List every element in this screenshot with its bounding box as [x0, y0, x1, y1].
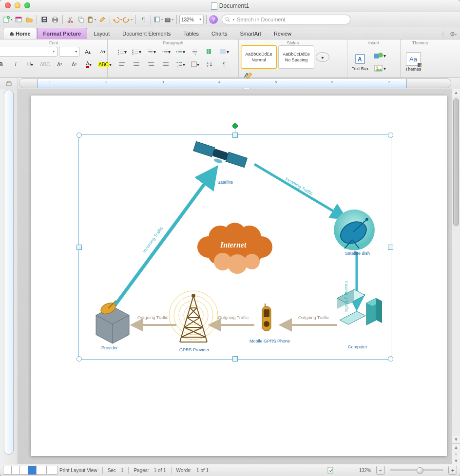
svg-rect-24: [120, 50, 124, 50]
tab-smartart[interactable]: SmartArt: [233, 28, 267, 39]
svg-rect-64: [179, 65, 182, 66]
view-fullscreen-button[interactable]: [46, 466, 58, 475]
spellcheck-icon[interactable]: [327, 467, 334, 474]
tab-format-picture[interactable]: Format Picture: [37, 28, 88, 39]
svg-rect-86: [193, 141, 215, 156]
svg-point-99: [228, 254, 247, 274]
font-color-button[interactable]: A▾: [82, 59, 96, 70]
templates-button[interactable]: [14, 15, 23, 24]
save-button[interactable]: [39, 15, 49, 24]
horizontal-ruler[interactable]: 1 2 3 4 5 6 7: [19, 78, 451, 88]
align-left-button[interactable]: [115, 59, 129, 70]
close-window-button[interactable]: [5, 2, 11, 8]
superscript-button[interactable]: A2: [67, 59, 81, 70]
browse-object-button[interactable]: ○: [452, 451, 460, 457]
undo-button[interactable]: ▼: [113, 15, 122, 24]
status-pages-label: Pages:: [134, 468, 149, 473]
svg-rect-28: [120, 54, 124, 54]
zoom-out-button[interactable]: −: [376, 466, 385, 475]
page[interactable]: Satellite Satellite dish Computer Mobile…: [31, 95, 447, 456]
vertical-scrollbar[interactable]: ▲ ▼ ▲ ○ ▼: [452, 89, 460, 464]
style-preview: AaBbCcDdEe: [241, 52, 276, 57]
tab-charts[interactable]: Charts: [205, 28, 233, 39]
zoom-slider[interactable]: [390, 469, 443, 471]
align-right-button[interactable]: [144, 59, 158, 70]
borders-button[interactable]: ▾: [188, 59, 202, 70]
show-formatting-button[interactable]: ¶: [138, 15, 148, 24]
zoom-combo[interactable]: 132%▼: [179, 15, 204, 24]
styles-gallery-expand-button[interactable]: ▸: [316, 52, 329, 62]
tab-home-label: Home: [16, 31, 31, 37]
text-box-button[interactable]: A Text Box: [349, 48, 371, 76]
sidebar-toggle-button[interactable]: ▼: [153, 15, 163, 24]
collapse-ribbon-button[interactable]: 〈: [437, 29, 446, 39]
redo-button[interactable]: ▼: [123, 15, 133, 24]
ribbon-settings-button[interactable]: ⚙▾: [448, 29, 458, 39]
themes-button[interactable]: Aa Themes: [402, 48, 424, 76]
bullets-button[interactable]: ▾: [115, 46, 129, 57]
text-direction-button[interactable]: [188, 46, 202, 57]
decrease-indent-button[interactable]: ▾: [159, 46, 172, 57]
svg-point-108: [174, 296, 213, 335]
cut-button[interactable]: [65, 15, 75, 24]
font-size-combo[interactable]: ▼: [59, 47, 79, 57]
svg-rect-43: [178, 53, 182, 53]
open-button[interactable]: [24, 15, 34, 24]
picture-selection-frame[interactable]: Satellite Satellite dish Computer Mobile…: [78, 134, 391, 360]
group-paragraph: Paragraph ▾ 123▾ ▾ ▾ ▾ ▾ ▾: [108, 39, 239, 77]
style-normal-label: Normal: [241, 57, 276, 62]
scroll-down-button[interactable]: ▼: [452, 436, 460, 443]
zoom-in-button[interactable]: +: [448, 466, 457, 475]
strikethrough-button[interactable]: ABC: [38, 59, 52, 70]
zoom-window-button[interactable]: [24, 2, 30, 8]
align-center-button[interactable]: [130, 59, 143, 70]
show-paragraph-button[interactable]: ¶: [217, 59, 231, 70]
shapes-button[interactable]: ▾: [372, 50, 387, 61]
scroll-up-button[interactable]: ▲: [452, 89, 460, 96]
tab-review[interactable]: Review: [268, 28, 298, 39]
tab-document-elements[interactable]: Document Elements: [116, 28, 177, 39]
shading-button[interactable]: ▾: [217, 46, 231, 57]
document-scroll[interactable]: Satellite Satellite dish Computer Mobile…: [18, 89, 452, 464]
prev-page-button[interactable]: ▲: [452, 443, 460, 451]
svg-point-111: [192, 294, 195, 298]
tab-tables[interactable]: Tables: [177, 28, 205, 39]
copy-button[interactable]: [76, 15, 86, 24]
ruler-corner-button[interactable]: [0, 78, 18, 89]
scroll-track[interactable]: [452, 96, 460, 436]
scroll-thumb[interactable]: [453, 98, 459, 226]
italic-button[interactable]: I: [9, 59, 22, 70]
line-spacing-button[interactable]: ▾: [173, 59, 187, 70]
grow-font-button[interactable]: A▴: [81, 46, 95, 57]
paste-button[interactable]: ▼: [87, 15, 96, 24]
svg-rect-47: [207, 49, 209, 54]
help-button[interactable]: ?: [209, 15, 218, 24]
new-document-button[interactable]: ▼: [3, 15, 13, 24]
picture-button[interactable]: ▾: [372, 63, 387, 74]
align-justify-button[interactable]: [159, 59, 172, 70]
sort-button[interactable]: AZ: [203, 59, 216, 70]
underline-button[interactable]: U▾: [23, 59, 37, 70]
tab-layout[interactable]: Layout: [87, 28, 116, 39]
format-painter-button[interactable]: [97, 15, 107, 24]
tab-home[interactable]: Home: [3, 28, 37, 39]
multilevel-list-button[interactable]: ▾: [144, 46, 158, 57]
font-family-combo[interactable]: ▼: [0, 47, 58, 57]
zoom-slider-knob[interactable]: [417, 467, 423, 474]
columns-indicator-button[interactable]: [203, 46, 216, 57]
subscript-button[interactable]: A2: [53, 59, 66, 70]
style-no-spacing[interactable]: AaBbCcDdEe No Spacing: [278, 45, 314, 69]
numbering-button[interactable]: 123▾: [130, 46, 143, 57]
svg-rect-7: [43, 20, 46, 21]
toolbox-button[interactable]: ▼: [164, 15, 174, 24]
print-button[interactable]: [50, 15, 60, 24]
search-field[interactable]: ▼ Search in Document: [222, 15, 350, 24]
vertical-ruler[interactable]: [0, 89, 18, 464]
minimize-window-button[interactable]: [15, 2, 20, 8]
textbox-label: Text Box: [352, 66, 369, 71]
style-normal[interactable]: AaBbCcDdEe Normal: [241, 45, 277, 69]
status-words-value: 1 of 1: [196, 468, 209, 473]
next-page-button[interactable]: ▼: [452, 457, 460, 464]
increase-indent-button[interactable]: ▾: [173, 46, 187, 57]
bold-button[interactable]: B: [0, 59, 8, 70]
